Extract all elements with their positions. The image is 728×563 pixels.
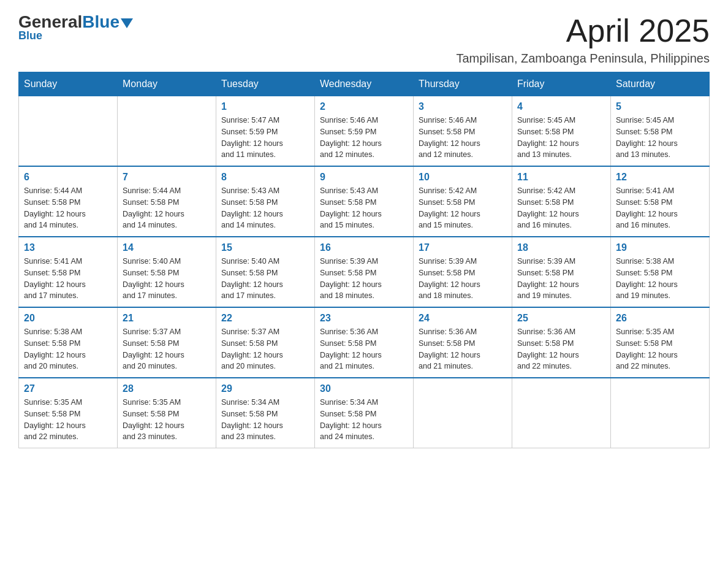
day-info: Sunrise: 5:37 AM Sunset: 5:58 PM Dayligh… <box>123 326 211 372</box>
day-number: 10 <box>419 172 507 183</box>
day-info: Sunrise: 5:41 AM Sunset: 5:58 PM Dayligh… <box>616 185 704 231</box>
day-info: Sunrise: 5:37 AM Sunset: 5:58 PM Dayligh… <box>221 326 309 372</box>
day-number: 24 <box>419 313 507 324</box>
calendar-cell: 30Sunrise: 5:34 AM Sunset: 5:58 PM Dayli… <box>315 378 414 448</box>
day-number: 11 <box>517 172 605 183</box>
calendar-header-row: SundayMondayTuesdayWednesdayThursdayFrid… <box>19 72 710 96</box>
calendar-cell <box>512 378 611 448</box>
day-number: 4 <box>517 101 605 112</box>
calendar-cell: 12Sunrise: 5:41 AM Sunset: 5:58 PM Dayli… <box>611 166 710 237</box>
calendar-cell: 6Sunrise: 5:44 AM Sunset: 5:58 PM Daylig… <box>19 166 118 237</box>
calendar-cell <box>118 96 216 167</box>
day-number: 9 <box>320 172 408 183</box>
day-info: Sunrise: 5:36 AM Sunset: 5:58 PM Dayligh… <box>419 326 507 372</box>
day-number: 15 <box>221 242 309 253</box>
day-info: Sunrise: 5:38 AM Sunset: 5:58 PM Dayligh… <box>616 256 704 302</box>
calendar-cell <box>611 378 710 448</box>
day-info: Sunrise: 5:44 AM Sunset: 5:58 PM Dayligh… <box>123 185 211 231</box>
title-area: April 2025 Tampilisan, Zamboanga Peninsu… <box>456 12 710 66</box>
day-info: Sunrise: 5:34 AM Sunset: 5:58 PM Dayligh… <box>221 397 309 443</box>
day-number: 6 <box>24 172 112 183</box>
calendar-header-thursday: Thursday <box>414 72 512 96</box>
calendar-cell: 24Sunrise: 5:36 AM Sunset: 5:58 PM Dayli… <box>414 307 512 378</box>
day-info: Sunrise: 5:39 AM Sunset: 5:58 PM Dayligh… <box>320 256 408 302</box>
day-info: Sunrise: 5:34 AM Sunset: 5:58 PM Dayligh… <box>320 397 408 443</box>
day-number: 12 <box>616 172 704 183</box>
calendar-week-row: 20Sunrise: 5:38 AM Sunset: 5:58 PM Dayli… <box>19 307 710 378</box>
page-header: General Blue Blue April 2025 Tampilisan,… <box>18 12 710 66</box>
calendar-cell: 22Sunrise: 5:37 AM Sunset: 5:58 PM Dayli… <box>216 307 315 378</box>
calendar-header-saturday: Saturday <box>611 72 710 96</box>
day-number: 27 <box>24 383 112 394</box>
calendar-cell: 9Sunrise: 5:43 AM Sunset: 5:58 PM Daylig… <box>315 166 414 237</box>
day-number: 8 <box>221 172 309 183</box>
day-number: 20 <box>24 313 112 324</box>
day-info: Sunrise: 5:47 AM Sunset: 5:59 PM Dayligh… <box>221 115 309 161</box>
logo-underline: Blue <box>18 29 42 42</box>
calendar-week-row: 6Sunrise: 5:44 AM Sunset: 5:58 PM Daylig… <box>19 166 710 237</box>
day-info: Sunrise: 5:36 AM Sunset: 5:58 PM Dayligh… <box>517 326 605 372</box>
calendar-cell: 17Sunrise: 5:39 AM Sunset: 5:58 PM Dayli… <box>414 237 512 307</box>
calendar-cell: 28Sunrise: 5:35 AM Sunset: 5:58 PM Dayli… <box>118 378 216 448</box>
day-info: Sunrise: 5:39 AM Sunset: 5:58 PM Dayligh… <box>419 256 507 302</box>
calendar-cell: 5Sunrise: 5:45 AM Sunset: 5:58 PM Daylig… <box>611 96 710 167</box>
calendar-cell <box>19 96 118 167</box>
calendar-header-friday: Friday <box>512 72 611 96</box>
day-number: 3 <box>419 101 507 112</box>
day-number: 26 <box>616 313 704 324</box>
day-info: Sunrise: 5:36 AM Sunset: 5:58 PM Dayligh… <box>320 326 408 372</box>
day-number: 13 <box>24 242 112 253</box>
day-info: Sunrise: 5:39 AM Sunset: 5:58 PM Dayligh… <box>517 256 605 302</box>
day-number: 25 <box>517 313 605 324</box>
day-number: 21 <box>123 313 211 324</box>
day-info: Sunrise: 5:35 AM Sunset: 5:58 PM Dayligh… <box>24 397 112 443</box>
day-number: 28 <box>123 383 211 394</box>
logo: General Blue Blue <box>18 12 133 42</box>
calendar-cell: 20Sunrise: 5:38 AM Sunset: 5:58 PM Dayli… <box>19 307 118 378</box>
day-info: Sunrise: 5:35 AM Sunset: 5:58 PM Dayligh… <box>123 397 211 443</box>
day-number: 17 <box>419 242 507 253</box>
calendar-cell: 10Sunrise: 5:42 AM Sunset: 5:58 PM Dayli… <box>414 166 512 237</box>
day-info: Sunrise: 5:45 AM Sunset: 5:58 PM Dayligh… <box>517 115 605 161</box>
calendar-week-row: 1Sunrise: 5:47 AM Sunset: 5:59 PM Daylig… <box>19 96 710 167</box>
calendar-cell: 4Sunrise: 5:45 AM Sunset: 5:58 PM Daylig… <box>512 96 611 167</box>
calendar-cell: 25Sunrise: 5:36 AM Sunset: 5:58 PM Dayli… <box>512 307 611 378</box>
day-info: Sunrise: 5:41 AM Sunset: 5:58 PM Dayligh… <box>24 256 112 302</box>
calendar-cell: 2Sunrise: 5:46 AM Sunset: 5:59 PM Daylig… <box>315 96 414 167</box>
day-info: Sunrise: 5:40 AM Sunset: 5:58 PM Dayligh… <box>221 256 309 302</box>
logo-blue-text: Blue <box>82 12 119 32</box>
location-title: Tampilisan, Zamboanga Peninsula, Philipp… <box>456 52 710 66</box>
calendar-week-row: 27Sunrise: 5:35 AM Sunset: 5:58 PM Dayli… <box>19 378 710 448</box>
day-info: Sunrise: 5:35 AM Sunset: 5:58 PM Dayligh… <box>616 326 704 372</box>
calendar-header-sunday: Sunday <box>19 72 118 96</box>
day-info: Sunrise: 5:42 AM Sunset: 5:58 PM Dayligh… <box>517 185 605 231</box>
day-number: 19 <box>616 242 704 253</box>
calendar-cell: 15Sunrise: 5:40 AM Sunset: 5:58 PM Dayli… <box>216 237 315 307</box>
day-number: 7 <box>123 172 211 183</box>
day-number: 16 <box>320 242 408 253</box>
day-number: 23 <box>320 313 408 324</box>
logo-triangle-icon <box>121 18 133 28</box>
day-info: Sunrise: 5:46 AM Sunset: 5:58 PM Dayligh… <box>419 115 507 161</box>
day-number: 29 <box>221 383 309 394</box>
calendar-cell: 29Sunrise: 5:34 AM Sunset: 5:58 PM Dayli… <box>216 378 315 448</box>
day-info: Sunrise: 5:43 AM Sunset: 5:58 PM Dayligh… <box>221 185 309 231</box>
day-number: 22 <box>221 313 309 324</box>
day-number: 1 <box>221 101 309 112</box>
calendar-cell: 11Sunrise: 5:42 AM Sunset: 5:58 PM Dayli… <box>512 166 611 237</box>
day-number: 14 <box>123 242 211 253</box>
calendar-cell: 19Sunrise: 5:38 AM Sunset: 5:58 PM Dayli… <box>611 237 710 307</box>
calendar-cell: 13Sunrise: 5:41 AM Sunset: 5:58 PM Dayli… <box>19 237 118 307</box>
day-info: Sunrise: 5:45 AM Sunset: 5:58 PM Dayligh… <box>616 115 704 161</box>
calendar-cell: 18Sunrise: 5:39 AM Sunset: 5:58 PM Dayli… <box>512 237 611 307</box>
day-info: Sunrise: 5:46 AM Sunset: 5:59 PM Dayligh… <box>320 115 408 161</box>
calendar-header-wednesday: Wednesday <box>315 72 414 96</box>
calendar-cell: 8Sunrise: 5:43 AM Sunset: 5:58 PM Daylig… <box>216 166 315 237</box>
calendar-header-monday: Monday <box>118 72 216 96</box>
day-info: Sunrise: 5:42 AM Sunset: 5:58 PM Dayligh… <box>419 185 507 231</box>
calendar-header-tuesday: Tuesday <box>216 72 315 96</box>
month-title: April 2025 <box>456 12 710 49</box>
calendar-table: SundayMondayTuesdayWednesdayThursdayFrid… <box>18 72 710 448</box>
calendar-cell: 27Sunrise: 5:35 AM Sunset: 5:58 PM Dayli… <box>19 378 118 448</box>
day-number: 30 <box>320 383 408 394</box>
